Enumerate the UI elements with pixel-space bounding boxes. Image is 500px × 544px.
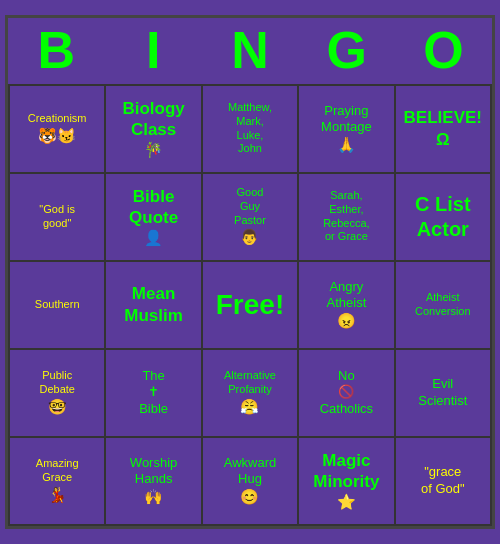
- bingo-cell-r2c2[interactable]: Bible Quote👤: [106, 174, 202, 262]
- cell-text: "God is good": [39, 203, 75, 231]
- bingo-cell-r4c1[interactable]: Public Debate🤓: [10, 350, 106, 438]
- bingo-cell-r5c4[interactable]: Magic Minority⭐: [299, 438, 395, 526]
- cell-text: Evil Scientist: [418, 376, 467, 409]
- bingo-cell-r2c4[interactable]: Sarah, Esther, Rebecca, or Grace: [299, 174, 395, 262]
- bingo-cell-r3c4[interactable]: Angry Atheist😠: [299, 262, 395, 350]
- cell-text: Biology Class: [122, 98, 184, 141]
- free-text: Free!: [216, 288, 284, 322]
- cell-text: The ✝ Bible: [139, 368, 168, 417]
- cell-emoji: 🐯😼: [38, 126, 76, 146]
- cell-text: C List Actor: [415, 192, 471, 242]
- cell-emoji: 👤: [144, 228, 163, 248]
- cell-emoji: ⭐: [337, 492, 356, 512]
- cell-text: Mean Muslim: [124, 283, 183, 326]
- cell-text: Praying Montage: [321, 103, 372, 136]
- bingo-cell-r2c1[interactable]: "God is good": [10, 174, 106, 262]
- cell-text: Worship Hands: [130, 455, 177, 488]
- bingo-cell-r4c2[interactable]: The ✝ Bible: [106, 350, 202, 438]
- bingo-cell-r5c3[interactable]: Awkward Hug😊: [203, 438, 299, 526]
- cell-text: Alternative Profanity: [224, 369, 276, 397]
- bingo-cell-r2c3[interactable]: Good Guy Pastor👨: [203, 174, 299, 262]
- bingo-cell-r4c4[interactable]: No 🚫 Catholics: [299, 350, 395, 438]
- bingo-cell-r3c2[interactable]: Mean Muslim: [106, 262, 202, 350]
- cell-text: "grace of God": [421, 464, 465, 497]
- cell-text: Public Debate: [39, 369, 74, 397]
- bingo-cell-r1c1[interactable]: Creationism🐯😼: [10, 86, 106, 174]
- cell-text: Amazing Grace: [36, 457, 79, 485]
- letter-g: G: [298, 18, 395, 83]
- bingo-cell-r3c3[interactable]: Free!: [203, 262, 299, 350]
- bingo-cell-r3c5[interactable]: Atheist Conversion: [396, 262, 492, 350]
- letter-o: O: [395, 18, 492, 83]
- bingo-cell-r2c5[interactable]: C List Actor: [396, 174, 492, 262]
- bingo-header: B I N G O: [8, 18, 492, 83]
- cell-text: Sarah, Esther, Rebecca, or Grace: [323, 189, 369, 244]
- letter-i: I: [105, 18, 202, 83]
- cell-emoji: 🙏: [337, 135, 356, 155]
- letter-n: N: [202, 18, 299, 83]
- cell-emoji: 💃: [48, 485, 67, 505]
- bingo-cell-r3c1[interactable]: Southern: [10, 262, 106, 350]
- cell-text: Good Guy Pastor: [234, 186, 266, 227]
- bingo-cell-r5c1[interactable]: Amazing Grace💃: [10, 438, 106, 526]
- cell-text: BELIEVE! Ω: [404, 107, 482, 150]
- cell-text: Southern: [35, 298, 80, 312]
- cell-emoji: 😠: [337, 311, 356, 331]
- bingo-cell-r4c5[interactable]: Evil Scientist: [396, 350, 492, 438]
- bingo-grid: Creationism🐯😼Biology Class🎋Matthew, Mark…: [8, 84, 492, 526]
- cell-text: Matthew, Mark, Luke, John: [228, 101, 272, 156]
- cell-emoji: 🤓: [48, 397, 67, 417]
- cell-text: Awkward Hug: [224, 455, 277, 488]
- bingo-cell-r1c4[interactable]: Praying Montage🙏: [299, 86, 395, 174]
- cell-text: Bible Quote: [129, 186, 178, 229]
- bingo-cell-r1c3[interactable]: Matthew, Mark, Luke, John: [203, 86, 299, 174]
- bingo-cell-r4c3[interactable]: Alternative Profanity😤: [203, 350, 299, 438]
- bingo-cell-r5c2[interactable]: Worship Hands🙌: [106, 438, 202, 526]
- cell-emoji: 😊: [240, 487, 259, 507]
- cell-emoji: 🙌: [144, 487, 163, 507]
- letter-b: B: [8, 18, 105, 83]
- cell-text: Angry Atheist: [327, 279, 367, 312]
- bingo-cell-r1c2[interactable]: Biology Class🎋: [106, 86, 202, 174]
- bingo-cell-r5c5[interactable]: "grace of God": [396, 438, 492, 526]
- cell-emoji: 🎋: [144, 140, 163, 160]
- cell-text: No 🚫 Catholics: [320, 368, 373, 417]
- cell-text: Atheist Conversion: [415, 291, 471, 319]
- bingo-cell-r1c5[interactable]: BELIEVE! Ω: [396, 86, 492, 174]
- cell-text: Creationism: [28, 112, 87, 126]
- cell-emoji: 😤: [240, 397, 259, 417]
- cell-emoji: 👨: [240, 227, 259, 247]
- cell-text: Magic Minority: [313, 450, 379, 493]
- bingo-card: B I N G O Creationism🐯😼Biology Class🎋Mat…: [5, 15, 495, 528]
